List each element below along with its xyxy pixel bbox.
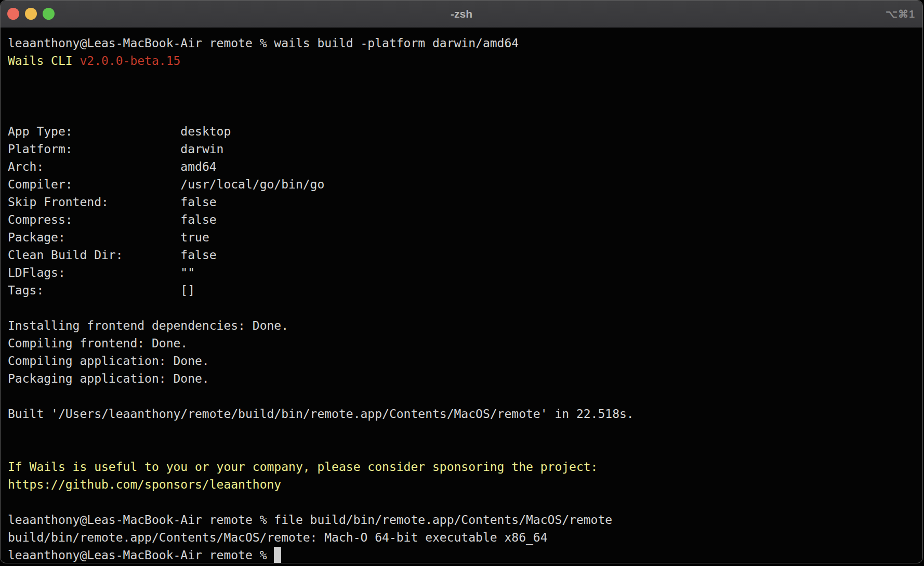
sponsor-message-line: If Wails is useful to you or your compan… <box>8 458 917 476</box>
file-output-line: build/bin/remote.app/Contents/MacOS/remo… <box>8 529 917 546</box>
build-info-label: Clean Build Dir: <box>8 248 180 262</box>
build-info-label: Package: <box>8 231 180 244</box>
build-info-value: [] <box>180 284 195 297</box>
terminal-text: Installing frontend dependencies: Done. <box>8 319 288 332</box>
build-info-label: Compiler: <box>8 178 180 191</box>
terminal-text: Packaging application: Done. <box>8 372 209 385</box>
terminal-text: v2.0.0-beta.15 <box>80 54 180 68</box>
status-line: Compiling frontend: Done. <box>8 334 917 352</box>
terminal-text: Built '/Users/leaanthony/remote/build/bi… <box>8 407 634 421</box>
status-line: Compiling application: Done. <box>8 352 917 370</box>
build-info-label: Compress: <box>8 213 180 226</box>
terminal-text: Compiling application: Done. <box>8 354 209 368</box>
terminal-text: leaanthony@Leas-MacBook-Air remote % wai… <box>8 36 519 50</box>
terminal-text: Wails CLI <box>8 54 80 68</box>
build-info-value: false <box>180 195 216 209</box>
terminal-text: Compiling frontend: Done. <box>8 336 188 350</box>
build-info-row: Clean Build Dir: false <box>8 246 917 264</box>
terminal-text: build/bin/remote.app/Contents/MacOS/remo… <box>8 531 548 544</box>
built-path-line: Built '/Users/leaanthony/remote/build/bi… <box>8 405 917 423</box>
build-info-value: desktop <box>180 125 231 138</box>
terminal-window: -zsh ⌥⌘1 leaanthony@Leas-MacBook-Air rem… <box>0 0 923 563</box>
terminal-blank-line <box>8 299 917 317</box>
titlebar[interactable]: -zsh ⌥⌘1 <box>1 1 922 28</box>
terminal-text: leaanthony@Leas-MacBook-Air remote % <box>8 548 274 562</box>
build-info-row: Compiler: /usr/local/go/bin/go <box>8 176 917 193</box>
build-info-value: darwin <box>180 142 223 156</box>
build-info-row: LDFlags: "" <box>8 264 917 281</box>
build-info-value: /usr/local/go/bin/go <box>180 178 324 191</box>
terminal-blank-line <box>8 387 917 405</box>
window-title: -zsh <box>1 1 922 28</box>
terminal-blank-line <box>8 105 917 123</box>
build-info-value: false <box>180 248 216 262</box>
build-info-value: "" <box>180 266 195 279</box>
wails-cli-version-line: Wails CLI v2.0.0-beta.15 <box>8 52 917 70</box>
terminal-blank-line <box>8 493 917 511</box>
terminal-output[interactable]: leaanthony@Leas-MacBook-Air remote % wai… <box>1 28 922 563</box>
build-info-label: App Type: <box>8 125 180 138</box>
build-info-row: Tags: [] <box>8 281 917 299</box>
build-info-label: Skip Frontend: <box>8 195 180 209</box>
build-info-row: Package: true <box>8 228 917 246</box>
terminal-blank-line <box>8 87 917 105</box>
build-info-row: Platform: darwin <box>8 140 917 158</box>
terminal-blank-line <box>8 70 917 87</box>
shell-prompt-cursor-line: leaanthony@Leas-MacBook-Air remote % <box>8 546 917 563</box>
terminal-text: leaanthony@Leas-MacBook-Air remote % fil… <box>8 513 612 527</box>
terminal-text: If Wails is useful to you or your compan… <box>8 460 598 474</box>
build-info-label: Arch: <box>8 160 180 173</box>
build-info-label: Platform: <box>8 142 180 156</box>
build-info-label: LDFlags: <box>8 266 180 279</box>
sponsor-url-line: https://github.com/sponsors/leaanthony <box>8 476 917 493</box>
build-info-label: Tags: <box>8 284 180 297</box>
build-info-row: Skip Frontend: false <box>8 193 917 211</box>
sponsor-url: https://github.com/sponsors/leaanthony <box>8 478 281 491</box>
status-line: Installing frontend dependencies: Done. <box>8 317 917 334</box>
shell-prompt-line: leaanthony@Leas-MacBook-Air remote % wai… <box>8 34 917 52</box>
build-info-value: true <box>180 231 209 244</box>
terminal-blank-line <box>8 423 917 440</box>
build-info-row: Arch: amd64 <box>8 158 917 176</box>
terminal-cursor <box>274 547 281 563</box>
terminal-blank-line <box>8 440 917 458</box>
build-info-row: App Type: desktop <box>8 123 917 140</box>
file-command-line: leaanthony@Leas-MacBook-Air remote % fil… <box>8 511 917 529</box>
window-shortcut-badge: ⌥⌘1 <box>886 1 915 28</box>
build-info-value: amd64 <box>180 160 216 173</box>
build-info-value: false <box>180 213 216 226</box>
build-info-row: Compress: false <box>8 211 917 228</box>
status-line: Packaging application: Done. <box>8 370 917 387</box>
